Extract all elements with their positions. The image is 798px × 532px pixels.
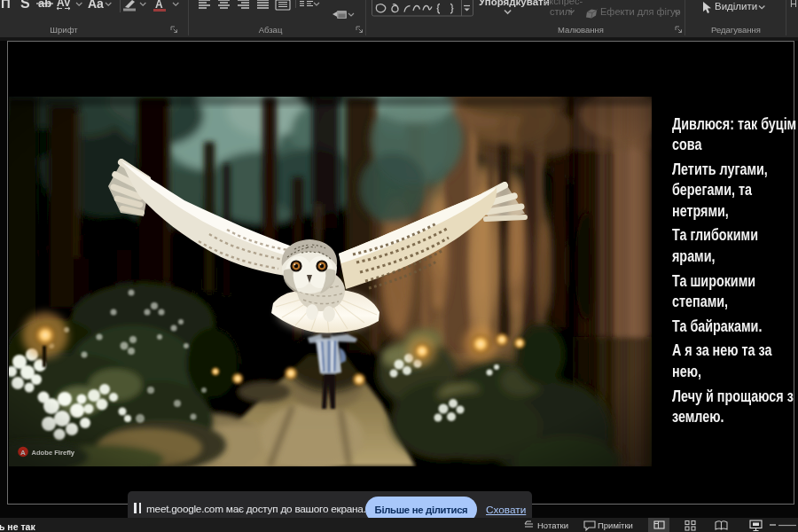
svg-text:Малювання: Малювання: [558, 25, 604, 35]
svg-text:Упорядкувати: Упорядкувати: [479, 0, 550, 7]
svg-text:Н: Н: [790, 0, 797, 9]
svg-text:Абзац: Абзац: [259, 25, 283, 35]
svg-text:Виділити: Виділити: [715, 1, 757, 12]
svg-text:стилі: стилі: [550, 6, 573, 17]
svg-text:П: П: [1, 0, 11, 11]
svg-text:Примітки: Примітки: [598, 520, 633, 530]
svg-text:Ефекти для фігур: Ефекти для фігур: [600, 6, 681, 17]
svg-text:Редагування: Редагування: [711, 25, 761, 35]
svg-text:ab: ab: [38, 0, 51, 10]
svg-text:Шрифт: Шрифт: [50, 25, 78, 35]
svg-text:S: S: [20, 0, 30, 11]
svg-text:Aa: Aa: [88, 0, 104, 11]
svg-text:Нотатки: Нотатки: [537, 520, 568, 530]
